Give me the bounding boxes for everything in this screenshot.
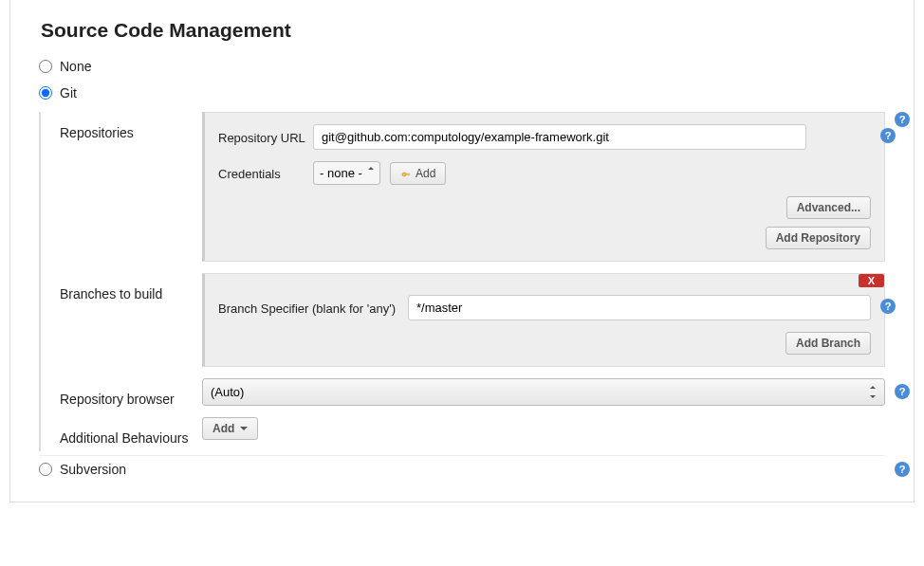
branch-specifier-input[interactable] [408,295,871,320]
advanced-button[interactable]: Advanced... [786,196,871,219]
branch-block: X Branch Specifier (blank for 'any') ? A… [202,273,885,367]
add-behaviour-button[interactable]: Add [202,417,258,440]
branch-specifier-label: Branch Specifier (blank for 'any') [218,300,408,316]
scm-label-none: None [60,59,91,74]
credentials-select[interactable]: - none - [313,161,380,185]
help-icon[interactable]: ? [895,384,910,399]
repo-url-label: Repository URL [218,129,313,145]
add-repository-button[interactable]: Add Repository [766,227,871,249]
help-icon[interactable]: ? [895,462,910,477]
branches-label: Branches to build [60,273,202,378]
repo-url-input[interactable] [313,124,806,150]
delete-branch-button[interactable]: X [859,274,884,287]
help-icon[interactable]: ? [895,112,910,127]
repo-browser-label: Repository browser [60,378,202,417]
additional-behaviours-label: Additional Behaviours [60,417,202,451]
add-branch-button[interactable]: Add Branch [785,332,871,355]
add-credentials-label: Add [416,167,435,180]
help-icon[interactable]: ? [880,299,896,314]
scm-radio-none[interactable] [39,60,52,73]
add-credentials-button[interactable]: Add [390,162,446,185]
key-icon [400,168,412,179]
credentials-label: Credentials [218,165,313,181]
svg-rect-2 [409,173,410,176]
repo-browser-select[interactable]: (Auto) [202,378,885,406]
scm-radio-subversion[interactable] [39,463,52,476]
section-title: Source Code Management [39,2,885,53]
scm-label-git: Git [60,85,77,100]
scm-label-subversion: Subversion [60,462,126,477]
help-icon[interactable]: ? [880,128,896,143]
repositories-label: Repositories [60,112,202,273]
scm-radio-git[interactable] [39,86,52,100]
repository-block: Repository URL ? Credentials - none - [202,112,885,262]
